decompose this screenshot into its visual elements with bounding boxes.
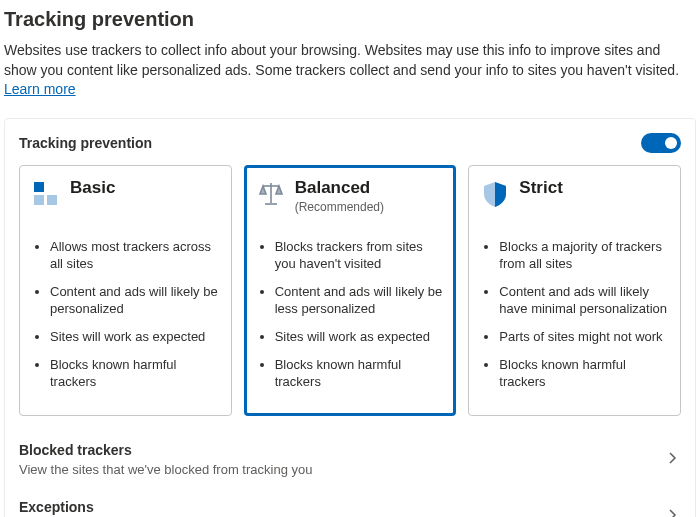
level-bullet: Content and ads will likely be less pers…	[275, 283, 444, 318]
section-title: Tracking prevention	[19, 135, 152, 151]
level-title-strict: Strict	[519, 178, 562, 198]
level-sub-balanced: (Recommended)	[295, 200, 384, 214]
level-bullet: Parts of sites might not work	[499, 328, 668, 346]
level-bullet: Blocks known harmful trackers	[50, 356, 219, 391]
levels-group: Basic Allows most trackers across all si…	[19, 165, 681, 416]
svg-rect-2	[47, 195, 57, 205]
chevron-right-icon	[665, 508, 679, 517]
level-card-balanced[interactable]: Balanced (Recommended) Blocks trackers f…	[244, 165, 457, 416]
level-bullet: Allows most trackers across all sites	[50, 238, 219, 273]
blocked-trackers-title: Blocked trackers	[19, 442, 312, 458]
level-bullet: Blocks trackers from sites you haven't v…	[275, 238, 444, 273]
level-bullet: Blocks known harmful trackers	[499, 356, 668, 391]
svg-rect-0	[34, 182, 44, 192]
exceptions-title: Exceptions	[19, 499, 235, 515]
basic-icon	[32, 180, 60, 208]
learn-more-link[interactable]: Learn more	[4, 81, 76, 97]
blocked-trackers-row[interactable]: Blocked trackers View the sites that we'…	[19, 434, 681, 485]
level-title-balanced: Balanced	[295, 178, 384, 198]
level-bullet: Content and ads will likely have minimal…	[499, 283, 668, 318]
exceptions-row[interactable]: Exceptions Allow all trackers on sites y…	[19, 491, 681, 517]
level-bullet: Content and ads will likely be personali…	[50, 283, 219, 318]
level-bullet: Sites will work as expected	[275, 328, 444, 346]
level-card-basic[interactable]: Basic Allows most trackers across all si…	[19, 165, 232, 416]
chevron-right-icon	[665, 451, 679, 468]
section-head: Tracking prevention	[19, 133, 681, 153]
level-card-strict[interactable]: Strict Blocks a majority of trackers fro…	[468, 165, 681, 416]
tracking-toggle[interactable]	[641, 133, 681, 153]
tracking-prevention-card: Tracking prevention Basic Allows m	[4, 118, 696, 517]
toggle-knob	[665, 137, 677, 149]
level-bullet: Blocks a majority of trackers from all s…	[499, 238, 668, 273]
level-bullet: Sites will work as expected	[50, 328, 219, 346]
level-bullet: Blocks known harmful trackers	[275, 356, 444, 391]
level-title-basic: Basic	[70, 178, 115, 198]
page-title: Tracking prevention	[4, 8, 696, 31]
svg-rect-1	[34, 195, 44, 205]
page-description: Websites use trackers to collect info ab…	[4, 41, 696, 100]
shield-icon	[481, 180, 509, 208]
blocked-trackers-desc: View the sites that we've blocked from t…	[19, 462, 312, 477]
page-desc-text: Websites use trackers to collect info ab…	[4, 42, 679, 78]
balance-scale-icon	[257, 180, 285, 208]
